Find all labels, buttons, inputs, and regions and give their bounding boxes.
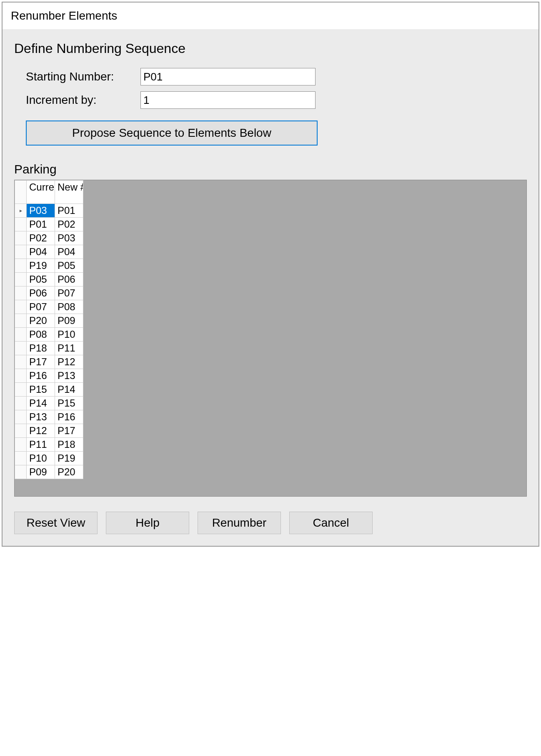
row-header[interactable] xyxy=(15,328,27,342)
cell-current[interactable]: P02 xyxy=(27,231,55,245)
column-header-new[interactable]: New # xyxy=(55,181,83,204)
cell-new[interactable]: P19 xyxy=(55,452,83,465)
row-header[interactable] xyxy=(15,314,27,328)
renumber-grid[interactable]: Current # New # ▸P03P01P01P02P02P03P04P0… xyxy=(15,180,83,479)
row-header[interactable]: ▸ xyxy=(15,204,27,218)
cell-current[interactable]: P15 xyxy=(27,383,55,397)
cell-new[interactable]: P02 xyxy=(55,218,83,231)
cell-new[interactable]: P03 xyxy=(55,231,83,245)
cell-current[interactable]: P01 xyxy=(27,218,55,231)
table-row[interactable]: P20P09 xyxy=(15,314,83,328)
cell-new[interactable]: P17 xyxy=(55,424,83,438)
cell-new[interactable]: P09 xyxy=(55,314,83,328)
cell-new[interactable]: P10 xyxy=(55,328,83,342)
propose-sequence-button[interactable]: Propose Sequence to Elements Below xyxy=(26,121,318,146)
cell-current[interactable]: P17 xyxy=(27,355,55,369)
table-row[interactable]: P04P04 xyxy=(15,245,83,259)
cell-new[interactable]: P05 xyxy=(55,259,83,273)
row-header[interactable] xyxy=(15,424,27,438)
table-row[interactable]: P12P17 xyxy=(15,424,83,438)
cell-current[interactable]: P13 xyxy=(27,410,55,424)
grid-container: Current # New # ▸P03P01P01P02P02P03P04P0… xyxy=(14,180,527,497)
table-row[interactable]: P17P12 xyxy=(15,355,83,369)
cancel-button[interactable]: Cancel xyxy=(289,512,373,534)
row-header[interactable] xyxy=(15,286,27,300)
row-header[interactable] xyxy=(15,218,27,231)
row-header[interactable] xyxy=(15,369,27,383)
cell-new[interactable]: P07 xyxy=(55,286,83,300)
cell-current[interactable]: P18 xyxy=(27,342,55,355)
row-header[interactable] xyxy=(15,355,27,369)
cell-new[interactable]: P14 xyxy=(55,383,83,397)
cell-new[interactable]: P20 xyxy=(55,465,83,479)
row-header[interactable] xyxy=(15,245,27,259)
starting-number-input[interactable] xyxy=(140,68,316,85)
row-header[interactable] xyxy=(15,438,27,452)
cell-new[interactable]: P16 xyxy=(55,410,83,424)
cell-new[interactable]: P13 xyxy=(55,369,83,383)
cell-new[interactable]: P08 xyxy=(55,300,83,314)
table-row[interactable]: P10P19 xyxy=(15,452,83,465)
row-header[interactable] xyxy=(15,397,27,410)
section-heading: Define Numbering Sequence xyxy=(14,41,527,56)
row-header[interactable] xyxy=(15,300,27,314)
table-row[interactable]: P18P11 xyxy=(15,342,83,355)
cell-new[interactable]: P15 xyxy=(55,397,83,410)
cell-new[interactable]: P04 xyxy=(55,245,83,259)
row-header[interactable] xyxy=(15,231,27,245)
row-header[interactable] xyxy=(15,410,27,424)
table-row[interactable]: P06P07 xyxy=(15,286,83,300)
table-row[interactable]: P16P13 xyxy=(15,369,83,383)
row-header[interactable] xyxy=(15,452,27,465)
cell-current[interactable]: P03 xyxy=(27,204,55,218)
cell-new[interactable]: P06 xyxy=(55,273,83,286)
grid-header-row: Current # New # xyxy=(15,181,83,204)
cell-current[interactable]: P12 xyxy=(27,424,55,438)
help-button[interactable]: Help xyxy=(106,512,189,534)
table-row[interactable]: P08P10 xyxy=(15,328,83,342)
increment-row: Increment by: xyxy=(14,91,527,109)
starting-number-label: Starting Number: xyxy=(26,70,140,83)
cell-current[interactable]: P19 xyxy=(27,259,55,273)
table-row[interactable]: P07P08 xyxy=(15,300,83,314)
row-header[interactable] xyxy=(15,342,27,355)
cell-new[interactable]: P01 xyxy=(55,204,83,218)
table-row[interactable]: P11P18 xyxy=(15,438,83,452)
increment-input[interactable] xyxy=(140,91,316,109)
cell-new[interactable]: P12 xyxy=(55,355,83,369)
table-row[interactable]: P19P05 xyxy=(15,259,83,273)
dialog-window: Renumber Elements Define Numbering Seque… xyxy=(2,2,539,547)
cell-current[interactable]: P11 xyxy=(27,438,55,452)
renumber-button[interactable]: Renumber xyxy=(198,512,281,534)
cell-current[interactable]: P16 xyxy=(27,369,55,383)
table-row[interactable]: P05P06 xyxy=(15,273,83,286)
table-row[interactable]: P14P15 xyxy=(15,397,83,410)
cell-new[interactable]: P11 xyxy=(55,342,83,355)
row-header[interactable] xyxy=(15,465,27,479)
row-header[interactable] xyxy=(15,383,27,397)
row-header[interactable] xyxy=(15,273,27,286)
cell-current[interactable]: P09 xyxy=(27,465,55,479)
cell-new[interactable]: P18 xyxy=(55,438,83,452)
row-header[interactable] xyxy=(15,259,27,273)
cell-current[interactable]: P06 xyxy=(27,286,55,300)
table-row[interactable]: P01P02 xyxy=(15,218,83,231)
increment-label: Increment by: xyxy=(26,93,140,107)
cell-current[interactable]: P07 xyxy=(27,300,55,314)
cell-current[interactable]: P14 xyxy=(27,397,55,410)
table-row[interactable]: P15P14 xyxy=(15,383,83,397)
reset-view-button[interactable]: Reset View xyxy=(14,512,98,534)
cell-current[interactable]: P04 xyxy=(27,245,55,259)
table-row[interactable]: P13P16 xyxy=(15,410,83,424)
column-header-current[interactable]: Current # xyxy=(27,181,55,204)
table-row[interactable]: P09P20 xyxy=(15,465,83,479)
grid-corner-cell xyxy=(15,181,27,204)
dialog-body: Define Numbering Sequence Starting Numbe… xyxy=(3,29,538,546)
table-row[interactable]: P02P03 xyxy=(15,231,83,245)
cell-current[interactable]: P20 xyxy=(27,314,55,328)
window-title: Renumber Elements xyxy=(3,3,538,29)
cell-current[interactable]: P05 xyxy=(27,273,55,286)
cell-current[interactable]: P08 xyxy=(27,328,55,342)
cell-current[interactable]: P10 xyxy=(27,452,55,465)
table-row[interactable]: ▸P03P01 xyxy=(15,204,83,218)
